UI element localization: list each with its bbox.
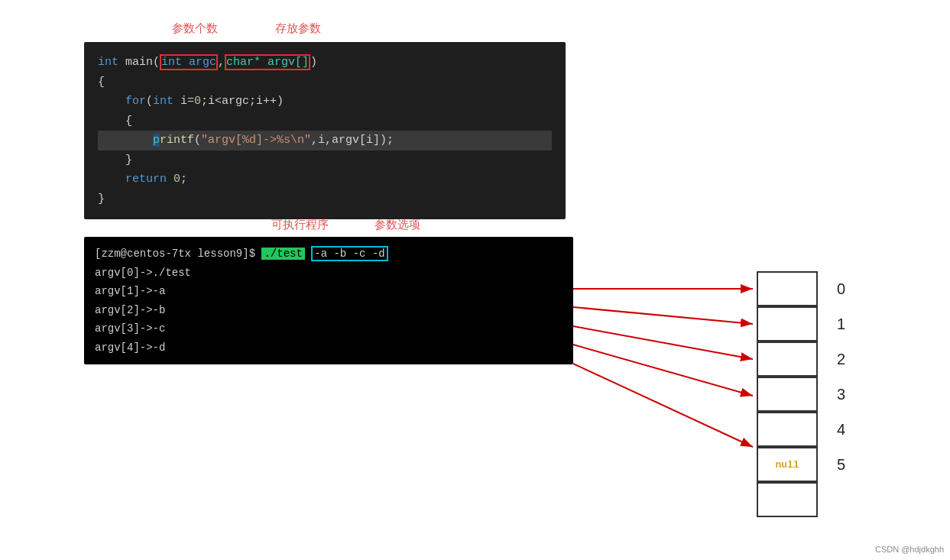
exec-highlight: ./test bbox=[261, 248, 304, 260]
idx-0: 0 bbox=[829, 271, 845, 306]
argc-annotation: 参数个数 bbox=[172, 21, 218, 36]
mem-cell-1 bbox=[757, 306, 818, 342]
code-block: int main(int argc,char* argv[]) { for(in… bbox=[84, 42, 566, 219]
output-line-1: argv[1]->-a bbox=[95, 282, 563, 301]
svg-line-3 bbox=[573, 326, 753, 359]
output-line-3: argv[3]->-c bbox=[95, 319, 563, 338]
code-line-6: } bbox=[98, 151, 552, 170]
svg-line-5 bbox=[573, 364, 753, 447]
idx-2: 2 bbox=[829, 342, 845, 377]
terminal-prompt: [zzm@centos-7tx lesson9]$ ./test -a -b -… bbox=[95, 244, 563, 264]
mem-cell-4 bbox=[757, 412, 818, 447]
output-line-4: argv[4]->-d bbox=[95, 338, 563, 358]
idx-3: 3 bbox=[829, 377, 845, 412]
mem-cell-3 bbox=[757, 377, 818, 412]
idx-1: 1 bbox=[829, 306, 845, 342]
idx-4: 4 bbox=[829, 412, 845, 447]
idx-5: 5 bbox=[829, 447, 845, 482]
terminal-block: [zzm@centos-7tx lesson9]$ ./test -a -b -… bbox=[84, 237, 573, 364]
memory-array: null bbox=[757, 271, 818, 517]
code-line-1: int main(int argc,char* argv[]) bbox=[98, 53, 552, 73]
index-labels: 0 1 2 3 4 5 bbox=[829, 271, 845, 482]
code-line-3: for(int i=0;i<argc;i++) bbox=[98, 92, 552, 112]
code-line-5: printf("argv[%d]->%s\n",i,argv[i]); bbox=[98, 131, 552, 151]
svg-line-4 bbox=[573, 345, 753, 396]
mem-cell-6 bbox=[757, 482, 818, 517]
svg-line-2 bbox=[573, 307, 753, 324]
exec-annotation: 可执行程序 bbox=[271, 218, 329, 232]
code-line-7: return 0; bbox=[98, 170, 552, 189]
code-line-8: } bbox=[98, 189, 552, 209]
mem-cell-2 bbox=[757, 342, 818, 377]
code-line-4: { bbox=[98, 112, 552, 131]
output-line-0: argv[0]->./test bbox=[95, 264, 563, 283]
argv-annotation: 存放参数 bbox=[275, 21, 321, 36]
mem-cell-null: null bbox=[757, 447, 818, 482]
args-annotation: 参数选项 bbox=[374, 218, 420, 232]
watermark: CSDN @hdjdkghh bbox=[875, 545, 944, 554]
mem-cell-0 bbox=[757, 271, 818, 306]
output-line-2: argv[2]->-b bbox=[95, 301, 563, 320]
code-line-2: { bbox=[98, 73, 552, 92]
